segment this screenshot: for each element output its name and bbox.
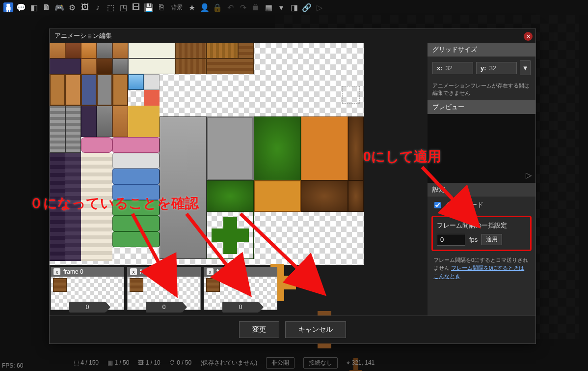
bg-label[interactable]: 背景 (168, 3, 186, 12)
frames-strip: x frame 0 0 x frame 1 0 x (50, 267, 428, 315)
frame-2-name: frame 2 (216, 268, 237, 275)
frame-2-value: 0 (222, 302, 259, 313)
frame-0-thumb (53, 278, 67, 292)
cancel-button[interactable]: キャンセル (285, 321, 346, 338)
change-button[interactable]: 変更 (239, 321, 279, 338)
grid-size-header: グリッドサイズ (428, 43, 535, 57)
undo-icon: ↶ (224, 1, 237, 14)
frame-0-name: frame 0 (63, 268, 83, 275)
stack-icon[interactable]: ◨ (288, 1, 300, 14)
frame-1-name: frame 1 (140, 268, 160, 275)
status-anims: 🖼 1 / 10 (138, 359, 160, 366)
status-frames: ⏱ 0 / 50 (169, 359, 191, 366)
apply-button[interactable]: 適用 (481, 234, 502, 245)
status-connection: 接続なし (303, 357, 338, 369)
status-publish[interactable]: 非公開 (266, 357, 294, 369)
caret-down-icon[interactable]: ▾ (275, 1, 288, 14)
chat-icon[interactable]: 💬 (15, 1, 27, 14)
frame-1-value: 0 (146, 302, 182, 313)
frame-2[interactable]: x frame 2 0 (204, 267, 277, 310)
gamepad-icon[interactable]: 🎮 (53, 1, 66, 14)
redo-icon: ↷ (237, 1, 249, 14)
tile-selection-box (342, 86, 360, 104)
modal-title: アニメーション編集 (50, 29, 535, 43)
settings-header: 設定 (428, 183, 535, 197)
grid-y-input[interactable]: y:32 (476, 62, 517, 74)
svg-rect-1 (6, 4, 10, 7)
file-icon[interactable]: 🗎 (40, 1, 53, 14)
layers-icon[interactable]: ◧ (27, 1, 40, 14)
tile-mode-checkbox[interactable] (434, 202, 441, 208)
export-icon[interactable]: ⎘ (155, 1, 168, 14)
frame-1-thumb (130, 278, 143, 292)
tileset-tiles (50, 43, 364, 265)
save-icon[interactable]: 💾 (142, 1, 155, 14)
close-button[interactable]: ✕ (524, 32, 533, 41)
right-panel: グリッドサイズ x:32 y:32 ▼ アニメーションフレームが存在する間は編集… (428, 43, 535, 316)
top-toolbar: 💬 ◧ 🗎 🎮 ⚙ 🖼 ♪ ⬚ ◳ 🎞 💾 ⎘ 背景 ★ 👤 🔒 ↶ ↷ 🗑 ▦… (0, 0, 588, 15)
svg-rect-3 (6, 10, 8, 12)
svg-rect-4 (9, 10, 10, 12)
fps-unit: fps (469, 236, 478, 243)
lock-icon: 🔒 (211, 1, 224, 14)
music-icon[interactable]: ♪ (91, 1, 104, 14)
tile-mode-label: タイルモード (445, 200, 483, 209)
frame-1-delete[interactable]: x (130, 268, 137, 275)
preview-header: プレビュー (428, 100, 535, 114)
trash-icon: 🗑 (249, 1, 262, 14)
status-save: (保存されていません) (200, 359, 257, 367)
fps-counter: FPS: 60 (2, 362, 23, 369)
link-icon[interactable]: 🔗 (300, 1, 313, 14)
fps-settings-box: フレーム間隔の一括設定 fps 適用 (431, 216, 532, 251)
frame-0[interactable]: x frame 0 0 (51, 267, 124, 310)
grid-note: アニメーションフレームが存在する間は編集できません (428, 79, 535, 100)
tileset-panel: x frame 0 0 x frame 1 0 x (50, 43, 428, 316)
gear-icon[interactable]: ⚙ (66, 1, 79, 14)
user-icon[interactable]: 👤 (198, 1, 211, 14)
preview-box: ▷ (428, 114, 535, 183)
film-icon[interactable]: 🎞 (130, 1, 142, 14)
fps-section-label: フレーム間隔の一括設定 (437, 221, 526, 230)
preview-play-icon[interactable]: ▷ (526, 171, 532, 180)
app-icon (2, 1, 15, 14)
play-icon[interactable]: ▷ (313, 1, 326, 14)
frame-0-value: 0 (69, 302, 106, 313)
svg-rect-2 (6, 7, 10, 10)
frame-1[interactable]: x frame 1 0 (127, 267, 201, 310)
status-coords: ⌖ 321, 141 (347, 359, 374, 366)
status-objs: ⬚ 4 / 150 (74, 359, 99, 366)
frame-0-delete[interactable]: x (53, 268, 60, 275)
grid-size-dropdown[interactable]: ▼ (520, 60, 531, 75)
frame-2-delete[interactable]: x (207, 268, 214, 275)
cube-icon[interactable]: ⬚ (104, 1, 117, 14)
frame-2-thumb (206, 278, 220, 292)
grid-icon[interactable]: ▦ (262, 1, 275, 14)
cube2-icon[interactable]: ◳ (117, 1, 130, 14)
modal-footer: 変更 キャンセル (50, 315, 535, 343)
star-icon[interactable]: ★ (186, 1, 198, 14)
status-bar: ⬚ 4 / 150 ▥ 1 / 50 🖼 1 / 10 ⏱ 0 / 50 (保存… (74, 356, 584, 369)
fps-input[interactable] (437, 234, 465, 246)
animation-edit-modal: アニメーション編集 ✕ (49, 29, 536, 344)
grid-x-input[interactable]: x:32 (432, 62, 473, 74)
image-icon[interactable]: 🖼 (79, 1, 91, 14)
status-layers: ▥ 1 / 50 (107, 359, 129, 366)
grid-size-inputs: x:32 y:32 ▼ (428, 57, 535, 79)
fps-note: フレーム間隔を0にするとコマ送りされません フレーム間隔を0にするときはこんなと… (428, 253, 535, 285)
